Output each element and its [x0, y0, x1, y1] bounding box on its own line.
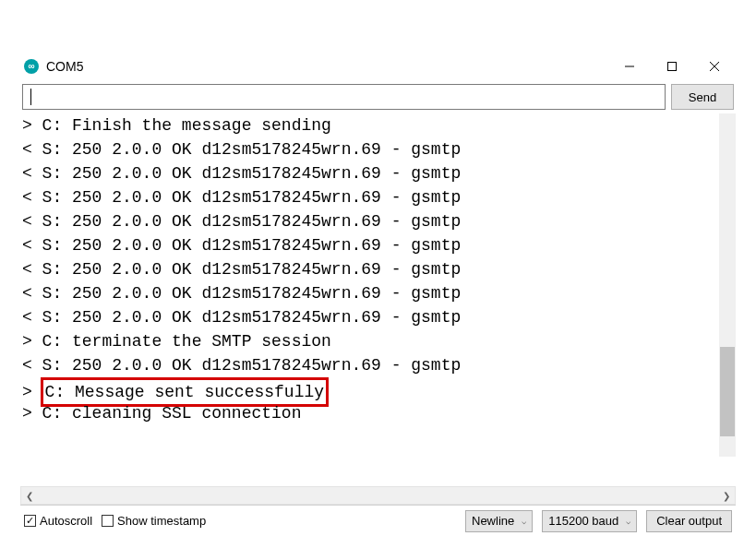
baud-rate-value: 115200 baud — [548, 514, 618, 528]
console-line: < S: 250 2.0.0 OK d12sm5178245wrn.69 - g… — [22, 185, 736, 209]
horizontal-scroll-row: ❮ ❯ — [20, 486, 736, 505]
scroll-left-icon[interactable]: ❮ — [21, 487, 38, 504]
arduino-icon — [24, 59, 39, 74]
vertical-scrollbar-thumb[interactable] — [720, 347, 735, 436]
console-line: > C: Finish the message sending — [22, 113, 736, 137]
horizontal-scrollbar[interactable]: ❮ ❯ — [20, 486, 736, 505]
console-line: < S: 250 2.0.0 OK d12sm5178245wrn.69 - g… — [22, 209, 736, 233]
console-line: < S: 250 2.0.0 OK d12sm5178245wrn.69 - g… — [22, 281, 736, 305]
window-title: COM5 — [46, 59, 608, 74]
console-line: < S: 250 2.0.0 OK d12sm5178245wrn.69 - g… — [22, 137, 736, 161]
line-ending-value: Newline — [472, 514, 514, 528]
console-line: > C: Message sent successfully — [22, 377, 736, 401]
console-output[interactable]: > C: Finish the message sending< S: 250 … — [20, 113, 736, 475]
baud-rate-select[interactable]: 115200 baud ⌵ — [542, 510, 637, 532]
serial-monitor-window: COM5 Send > C: Finish the message sendin… — [20, 51, 736, 536]
close-button[interactable] — [693, 53, 736, 80]
clear-output-button[interactable]: Clear output — [646, 510, 732, 532]
command-input[interactable] — [22, 84, 666, 110]
console-line: < S: 250 2.0.0 OK d12sm5178245wrn.69 - g… — [22, 233, 736, 257]
console-line: < S: 250 2.0.0 OK d12sm5178245wrn.69 - g… — [22, 257, 736, 281]
console-area: > C: Finish the message sending< S: 250 … — [20, 113, 736, 475]
checkbox-icon — [102, 515, 114, 527]
autoscroll-label: Autoscroll — [40, 514, 92, 528]
minimize-button[interactable] — [608, 53, 651, 80]
console-line: < S: 250 2.0.0 OK d12sm5178245wrn.69 - g… — [22, 353, 736, 377]
autoscroll-checkbox[interactable]: ✓ Autoscroll — [24, 514, 92, 528]
chevron-down-icon: ⌵ — [626, 517, 630, 526]
maximize-button[interactable] — [651, 53, 693, 80]
bottom-bar: ✓ Autoscroll Show timestamp Newline ⌵ 11… — [20, 505, 736, 536]
timestamp-checkbox[interactable]: Show timestamp — [102, 514, 206, 528]
vertical-scrollbar[interactable] — [719, 113, 736, 457]
scroll-right-icon[interactable]: ❯ — [718, 487, 735, 504]
send-button[interactable]: Send — [671, 84, 734, 110]
checkbox-icon: ✓ — [24, 515, 36, 527]
titlebar: COM5 — [20, 51, 736, 82]
chevron-down-icon: ⌵ — [522, 517, 526, 526]
window-controls — [608, 53, 736, 80]
svg-rect-1 — [668, 63, 677, 71]
console-line: < S: 250 2.0.0 OK d12sm5178245wrn.69 - g… — [22, 161, 736, 185]
line-ending-select[interactable]: Newline ⌵ — [465, 510, 533, 532]
timestamp-label: Show timestamp — [117, 514, 206, 528]
input-row: Send — [20, 82, 736, 113]
console-line: > C: cleaning SSL connection — [22, 401, 736, 425]
console-line: > C: terminate the SMTP session — [22, 329, 736, 353]
console-line: < S: 250 2.0.0 OK d12sm5178245wrn.69 - g… — [22, 305, 736, 329]
